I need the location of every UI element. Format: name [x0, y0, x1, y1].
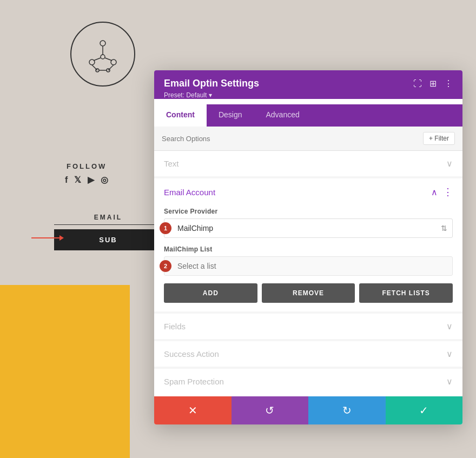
settings-panel: Email Optin Settings ⛶ ⊞ ⋮ Preset: Defau… — [154, 70, 462, 424]
more-options-icon[interactable]: ⋮ — [444, 78, 453, 89]
logo-svg — [81, 32, 124, 76]
mailchimp-list-row: 2 — [164, 256, 453, 276]
search-bar: + Filter — [154, 127, 462, 151]
section-spam-protection: Spam Protection ∨ — [154, 369, 462, 394]
subscribe-button[interactable]: SUB — [54, 229, 162, 250]
step-badge-1: 1 — [160, 222, 171, 234]
action-buttons: ADD REMOVE FETCH LISTS — [164, 283, 453, 303]
redo-icon: ↻ — [342, 404, 352, 417]
section-fields-header[interactable]: Fields ∨ — [154, 314, 462, 339]
panel-title: Email Optin Settings — [164, 78, 259, 89]
section-success-action-header[interactable]: Success Action ∨ — [154, 341, 462, 367]
tab-content[interactable]: Content — [154, 104, 207, 127]
facebook-icon[interactable]: f — [65, 175, 68, 185]
section-text-chevron: ∨ — [446, 158, 453, 169]
youtube-icon[interactable]: ▶ — [88, 175, 94, 185]
social-icons-row: f 𝕏 ▶ ◎ — [65, 175, 108, 185]
fetch-lists-button[interactable]: FETCH LISTS — [359, 283, 453, 303]
svg-line-8 — [108, 65, 114, 70]
section-email-account-header[interactable]: Email Account ∧ ⋮ — [154, 178, 462, 205]
svg-point-3 — [101, 55, 105, 59]
panel-footer: ✕ ↺ ↻ ✓ — [154, 396, 462, 424]
panel-preset: Preset: Default ▾ — [164, 91, 453, 99]
follow-label: FOLLOW — [65, 162, 108, 170]
panel-header: Email Optin Settings ⛶ ⊞ ⋮ Preset: Defau… — [154, 70, 462, 99]
service-provider-label: Service Provider — [164, 208, 453, 215]
mailchimp-list-input[interactable] — [164, 256, 453, 276]
remove-button[interactable]: REMOVE — [262, 283, 355, 303]
service-provider-select[interactable]: MailChimp — [164, 218, 453, 238]
section-email-account-content: Service Provider 1 MailChimp MailChimp L… — [154, 205, 462, 311]
section-spam-protection-chevron: ∨ — [446, 376, 453, 387]
section-email-account-chevron: ∧ — [431, 187, 438, 197]
filter-button[interactable]: + Filter — [423, 132, 455, 145]
twitter-icon[interactable]: 𝕏 — [74, 175, 81, 185]
reset-button[interactable]: ↺ — [232, 396, 309, 424]
section-success-action-chevron: ∨ — [446, 349, 453, 359]
panel-header-icons: ⛶ ⊞ ⋮ — [413, 78, 453, 89]
panel-tabs: Content Design Advanced — [154, 104, 462, 127]
follow-section: FOLLOW f 𝕏 ▶ ◎ — [65, 162, 108, 185]
reset-icon: ↺ — [265, 404, 274, 417]
panel-scroll-area: + Filter Text ∨ Email Account ∧ ⋮ — [154, 127, 462, 396]
email-label: EMAIL — [54, 214, 162, 221]
section-text-title: Text — [164, 159, 179, 168]
svg-line-5 — [94, 58, 101, 61]
panel-title-row: Email Optin Settings ⛶ ⊞ ⋮ — [164, 78, 453, 89]
columns-icon[interactable]: ⊞ — [429, 78, 437, 89]
step-badge-2: 2 — [160, 260, 171, 272]
mailchimp-list-label: MailChimp List — [164, 245, 453, 253]
red-arrow — [31, 234, 64, 242]
section-email-account-title: Email Account — [164, 188, 215, 197]
section-email-account: Email Account ∧ ⋮ Service Provider 1 Mai… — [154, 178, 462, 311]
section-email-account-actions: ∧ ⋮ — [431, 186, 453, 198]
service-provider-row: 1 MailChimp — [164, 218, 453, 238]
redo-button[interactable]: ↻ — [308, 396, 386, 424]
logo-circle — [70, 22, 135, 87]
section-spam-protection-title: Spam Protection — [164, 377, 224, 386]
section-fields-title: Fields — [164, 322, 186, 331]
logo-area — [54, 22, 151, 87]
email-section: EMAIL SUB — [54, 214, 162, 250]
section-success-action-title: Success Action — [164, 349, 219, 359]
search-input[interactable] — [162, 135, 423, 143]
save-icon: ✓ — [419, 404, 428, 417]
instagram-icon[interactable]: ◎ — [101, 175, 108, 185]
section-fields: Fields ∨ — [154, 314, 462, 339]
preset-label[interactable]: Preset: Default ▾ — [164, 91, 212, 99]
cancel-icon: ✕ — [188, 404, 197, 417]
section-text-header[interactable]: Text ∨ — [154, 151, 462, 176]
arrow-svg — [31, 234, 64, 242]
service-provider-select-wrapper: MailChimp — [164, 218, 453, 238]
save-button[interactable]: ✓ — [386, 396, 463, 424]
tab-advanced[interactable]: Advanced — [254, 104, 311, 127]
panel-body: + Filter Text ∨ Email Account ∧ ⋮ — [154, 127, 462, 394]
svg-marker-13 — [60, 235, 64, 241]
section-email-account-dots[interactable]: ⋮ — [443, 186, 453, 198]
email-divider — [54, 224, 162, 225]
svg-point-0 — [100, 41, 105, 46]
tab-design[interactable]: Design — [207, 104, 254, 127]
fullscreen-icon[interactable]: ⛶ — [413, 79, 422, 89]
section-spam-protection-header[interactable]: Spam Protection ∨ — [154, 369, 462, 394]
section-fields-chevron: ∨ — [446, 321, 453, 331]
add-button[interactable]: ADD — [164, 283, 257, 303]
cancel-button[interactable]: ✕ — [154, 396, 232, 424]
svg-line-6 — [105, 58, 112, 61]
section-success-action: Success Action ∨ — [154, 341, 462, 367]
section-text: Text ∨ — [154, 151, 462, 176]
yellow-decoration-block — [0, 285, 130, 458]
svg-line-7 — [92, 65, 97, 70]
